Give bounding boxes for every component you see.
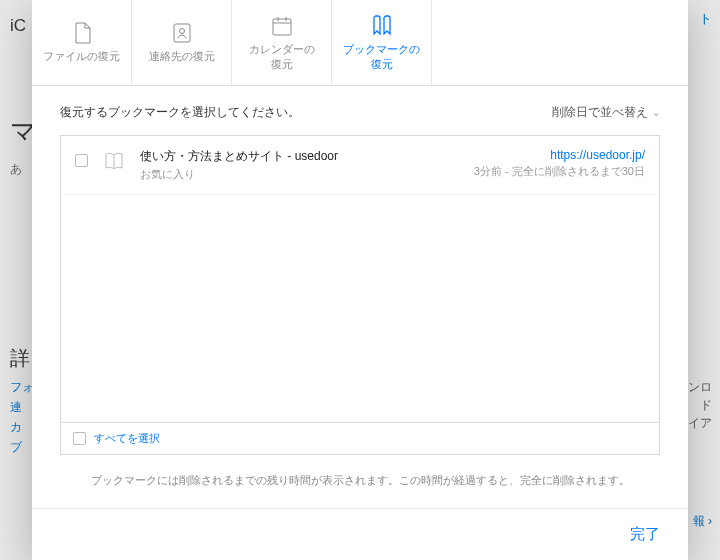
bookmark-list: 使い方・方法まとめサイト - usedoor お気に入り https://use… — [60, 135, 660, 455]
bg-report[interactable]: 報 › — [693, 513, 712, 530]
file-icon — [68, 21, 96, 45]
restore-modal: ファイルの復元 連絡先の復元 カレンダーの 復元 ブックマークの 復元 復元する… — [32, 0, 688, 560]
select-all-row: すべてを選択 — [61, 422, 659, 454]
chevron-down-icon: ⌄ — [652, 107, 660, 118]
item-checkbox[interactable] — [75, 154, 88, 167]
contacts-icon — [168, 21, 196, 45]
modal-footer: 完了 — [32, 508, 688, 560]
prompt-text: 復元するブックマークを選択してください。 — [60, 104, 300, 121]
item-time: 3分前 - 完全に削除されるまで30日 — [474, 164, 645, 179]
tab-restore-bookmarks[interactable]: ブックマークの 復元 — [332, 0, 432, 85]
open-book-icon — [100, 150, 128, 174]
item-title: 使い方・方法まとめサイト - usedoor — [140, 148, 462, 165]
calendar-icon — [268, 14, 296, 38]
bg-right-top[interactable]: ト — [699, 10, 712, 28]
tab-restore-contacts[interactable]: 連絡先の復元 — [132, 0, 232, 85]
sort-label: 削除日で並べ替え — [552, 104, 648, 121]
tab-restore-files[interactable]: ファイルの復元 — [32, 0, 132, 85]
select-all-label[interactable]: すべてを選択 — [94, 431, 160, 446]
tab-label: ファイルの復元 — [43, 49, 120, 63]
bg-links: フォ 連 カ ブ — [10, 378, 34, 458]
svg-rect-2 — [273, 19, 291, 35]
tab-bar: ファイルの復元 連絡先の復元 カレンダーの 復元 ブックマークの 復元 — [32, 0, 688, 86]
bg-right-list: ンロ ド イア — [688, 378, 712, 432]
sort-dropdown[interactable]: 削除日で並べ替え ⌄ — [552, 104, 660, 121]
done-button[interactable]: 完了 — [622, 521, 668, 548]
item-folder: お気に入り — [140, 167, 462, 182]
hint-text: ブックマークには削除されるまでの残り時間が表示されます。この時間が経過すると、完… — [60, 455, 660, 498]
bookmark-icon — [368, 14, 396, 38]
modal-content: 復元するブックマークを選択してください。 削除日で並べ替え ⌄ 使い方・方法まと… — [32, 86, 688, 508]
select-all-checkbox[interactable] — [73, 432, 86, 445]
tab-restore-calendar[interactable]: カレンダーの 復元 — [232, 0, 332, 85]
svg-point-1 — [179, 29, 184, 34]
tab-label: ブックマークの 復元 — [343, 42, 420, 71]
bg-section: 詳 — [10, 345, 30, 372]
item-url: https://usedoor.jp/ — [474, 148, 645, 162]
list-item[interactable]: 使い方・方法まとめサイト - usedoor お気に入り https://use… — [61, 136, 659, 195]
tab-label: カレンダーの 復元 — [249, 42, 315, 71]
tab-label: 連絡先の復元 — [149, 49, 215, 63]
list-scroll[interactable]: 使い方・方法まとめサイト - usedoor お気に入り https://use… — [61, 136, 659, 422]
